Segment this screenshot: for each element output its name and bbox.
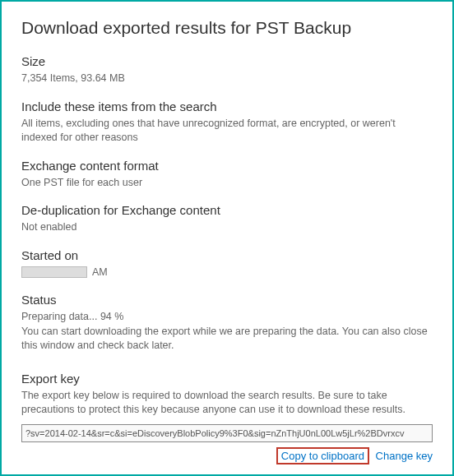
exportkey-note: The export key below is required to down… bbox=[21, 389, 433, 418]
copy-to-clipboard-link[interactable]: Copy to clipboard bbox=[276, 447, 369, 464]
started-section: Started on AM bbox=[21, 248, 433, 280]
dedup-section: De-duplication for Exchange content Not … bbox=[21, 203, 433, 235]
format-value: One PST file for each user bbox=[21, 176, 433, 191]
status-note: You can start downloading the export whi… bbox=[21, 325, 433, 354]
status-progress: Preparing data... 94 % bbox=[21, 310, 433, 325]
include-value: All items, excluding ones that have unre… bbox=[21, 117, 433, 146]
started-suffix: AM bbox=[92, 266, 108, 280]
started-value: AM bbox=[21, 266, 433, 280]
export-dialog: Download exported results for PST Backup… bbox=[0, 0, 454, 476]
redacted-time bbox=[21, 266, 87, 278]
status-section: Status Preparing data... 94 % You can st… bbox=[21, 293, 433, 354]
size-label: Size bbox=[21, 54, 433, 68]
exportkey-field[interactable] bbox=[21, 424, 433, 442]
dedup-label: De-duplication for Exchange content bbox=[21, 203, 433, 217]
started-label: Started on bbox=[21, 248, 433, 262]
include-label: Include these items from the search bbox=[21, 99, 433, 113]
key-actions: Copy to clipboard Change key bbox=[21, 447, 433, 464]
format-label: Exchange content format bbox=[21, 159, 433, 173]
change-key-link[interactable]: Change key bbox=[376, 450, 433, 462]
exportkey-section: Export key The export key below is requi… bbox=[21, 372, 433, 464]
page-title: Download exported results for PST Backup bbox=[21, 18, 433, 38]
exportkey-label: Export key bbox=[21, 372, 433, 386]
size-value: 7,354 Items, 93.64 MB bbox=[21, 72, 433, 86]
format-section: Exchange content format One PST file for… bbox=[21, 159, 433, 191]
status-label: Status bbox=[21, 293, 433, 307]
include-section: Include these items from the search All … bbox=[21, 99, 433, 146]
size-section: Size 7,354 Items, 93.64 MB bbox=[21, 54, 433, 86]
dedup-value: Not enabled bbox=[21, 220, 433, 235]
